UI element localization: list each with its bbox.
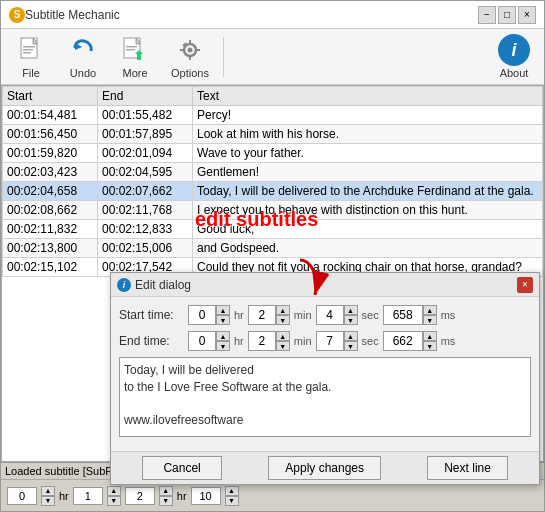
start-min-label: min bbox=[294, 309, 312, 321]
table-row[interactable]: 00:02:04,65800:02:07,662Today, I will be… bbox=[3, 182, 543, 201]
shift-spin4[interactable]: ▲ ▼ bbox=[225, 486, 239, 506]
end-ms-input: ▲ ▼ bbox=[383, 331, 437, 351]
end-min2-up[interactable]: ▲ bbox=[344, 331, 358, 341]
cell-text: Today, I will be delivered to the Archdu… bbox=[193, 182, 543, 201]
edit-dialog: i Edit dialog × Start time: ▲ ▼ hr bbox=[110, 272, 540, 485]
window-title: Subtitle Mechanic bbox=[25, 8, 120, 22]
dialog-title-icon: i bbox=[117, 278, 131, 292]
cell-start: 00:02:08,662 bbox=[3, 201, 98, 220]
cell-end: 00:02:04,595 bbox=[98, 163, 193, 182]
shift-val1[interactable] bbox=[7, 487, 37, 505]
end-min2-down[interactable]: ▼ bbox=[344, 341, 358, 351]
end-ms-field[interactable] bbox=[383, 331, 423, 351]
table-row[interactable]: 00:02:13,80000:02:15,006and Godspeed. bbox=[3, 239, 543, 258]
start-min2-field[interactable] bbox=[316, 305, 344, 325]
start-time-row: Start time: ▲ ▼ hr ▲ ▼ min bbox=[119, 305, 531, 325]
cell-end: 00:02:12,833 bbox=[98, 220, 193, 239]
start-min2-input: ▲ ▼ bbox=[316, 305, 358, 325]
more-label: More bbox=[122, 67, 147, 79]
subtitle-table: Start End Text 00:01:54,48100:01:55,482P… bbox=[2, 86, 543, 277]
cell-start: 00:02:15,102 bbox=[3, 258, 98, 277]
end-min2-input: ▲ ▼ bbox=[316, 331, 358, 351]
dialog-buttons: Cancel Apply changes Next line bbox=[111, 451, 539, 484]
apply-changes-button[interactable]: Apply changes bbox=[268, 456, 381, 480]
cell-text: and Godspeed. bbox=[193, 239, 543, 258]
hr-label2: hr bbox=[177, 490, 187, 502]
start-hr-down[interactable]: ▼ bbox=[216, 315, 230, 325]
table-row[interactable]: 00:01:59,82000:02:01,094Wave to your fat… bbox=[3, 144, 543, 163]
col-end: End bbox=[98, 87, 193, 106]
end-hr-input: ▲ ▼ bbox=[188, 331, 230, 351]
start-min2-down[interactable]: ▼ bbox=[344, 315, 358, 325]
about-button[interactable]: i About bbox=[492, 32, 536, 81]
start-ms-down[interactable]: ▼ bbox=[423, 315, 437, 325]
end-sec-label: sec bbox=[362, 335, 379, 347]
start-min2-up[interactable]: ▲ bbox=[344, 305, 358, 315]
options-button[interactable]: Options bbox=[165, 32, 215, 81]
start-hr-label: hr bbox=[234, 309, 244, 321]
start-ms-field[interactable] bbox=[383, 305, 423, 325]
cell-end: 00:02:07,662 bbox=[98, 182, 193, 201]
options-icon bbox=[174, 34, 206, 66]
svg-rect-15 bbox=[196, 49, 200, 51]
end-hr-down[interactable]: ▼ bbox=[216, 341, 230, 351]
shift-spin2[interactable]: ▲ ▼ bbox=[107, 486, 121, 506]
dialog-title: Edit dialog bbox=[135, 278, 517, 292]
cell-end: 00:02:15,006 bbox=[98, 239, 193, 258]
start-sec-label: sec bbox=[362, 309, 379, 321]
close-button[interactable]: × bbox=[518, 6, 536, 24]
cell-text: Look at him with his horse. bbox=[193, 125, 543, 144]
start-ms-up[interactable]: ▲ bbox=[423, 305, 437, 315]
start-min1-up[interactable]: ▲ bbox=[276, 305, 290, 315]
undo-button[interactable]: Undo bbox=[61, 32, 105, 81]
start-hr-field[interactable] bbox=[188, 305, 216, 325]
about-icon: i bbox=[498, 34, 530, 66]
end-ms-up[interactable]: ▲ bbox=[423, 331, 437, 341]
end-hr-up[interactable]: ▲ bbox=[216, 331, 230, 341]
table-row[interactable]: 00:02:03,42300:02:04,595Gentlemen! bbox=[3, 163, 543, 182]
cell-end: 00:02:01,094 bbox=[98, 144, 193, 163]
end-hr-label: hr bbox=[234, 335, 244, 347]
end-min1-input: ▲ ▼ bbox=[248, 331, 290, 351]
cell-start: 00:01:56,450 bbox=[3, 125, 98, 144]
next-line-button[interactable]: Next line bbox=[427, 456, 508, 480]
cell-start: 00:02:03,423 bbox=[3, 163, 98, 182]
cell-end: 00:02:11,768 bbox=[98, 201, 193, 220]
end-ms-down[interactable]: ▼ bbox=[423, 341, 437, 351]
cell-end: 00:01:55,482 bbox=[98, 106, 193, 125]
end-min2-field[interactable] bbox=[316, 331, 344, 351]
shift-val3[interactable] bbox=[125, 487, 155, 505]
end-min1-field[interactable] bbox=[248, 331, 276, 351]
end-hr-field[interactable] bbox=[188, 331, 216, 351]
start-min1-down[interactable]: ▼ bbox=[276, 315, 290, 325]
shift-val4[interactable] bbox=[191, 487, 221, 505]
file-button[interactable]: File bbox=[9, 32, 53, 81]
dialog-close-button[interactable]: × bbox=[517, 277, 533, 293]
table-row[interactable]: 00:02:11,83200:02:12,833Good luck, bbox=[3, 220, 543, 239]
more-button[interactable]: More bbox=[113, 32, 157, 81]
svg-point-11 bbox=[187, 48, 192, 53]
subtitle-text-content: Today, I will be delivered to the I Love… bbox=[124, 362, 526, 429]
table-row[interactable]: 00:01:56,45000:01:57,895Look at him with… bbox=[3, 125, 543, 144]
table-row[interactable]: 00:02:08,66200:02:11,768I expect you to … bbox=[3, 201, 543, 220]
shift-spin1[interactable]: ▲ ▼ bbox=[41, 486, 55, 506]
shift-spin3[interactable]: ▲ ▼ bbox=[159, 486, 173, 506]
end-min1-up[interactable]: ▲ bbox=[276, 331, 290, 341]
start-min1-input: ▲ ▼ bbox=[248, 305, 290, 325]
toolbar-separator bbox=[223, 37, 224, 77]
start-min1-field[interactable] bbox=[248, 305, 276, 325]
subtitle-text-area[interactable]: Today, I will be delivered to the I Love… bbox=[119, 357, 531, 437]
start-hr-up[interactable]: ▲ bbox=[216, 305, 230, 315]
end-min1-down[interactable]: ▼ bbox=[276, 341, 290, 351]
window-controls: − □ × bbox=[478, 6, 536, 24]
shift-val2[interactable] bbox=[73, 487, 103, 505]
table-row[interactable]: 00:01:54,48100:01:55,482Percy! bbox=[3, 106, 543, 125]
minimize-button[interactable]: − bbox=[478, 6, 496, 24]
cell-text: Wave to your father. bbox=[193, 144, 543, 163]
svg-rect-8 bbox=[126, 46, 137, 48]
cancel-button[interactable]: Cancel bbox=[142, 456, 222, 480]
restore-button[interactable]: □ bbox=[498, 6, 516, 24]
start-time-label: Start time: bbox=[119, 308, 184, 322]
start-ms-label: ms bbox=[441, 309, 456, 321]
cell-start: 00:02:11,832 bbox=[3, 220, 98, 239]
